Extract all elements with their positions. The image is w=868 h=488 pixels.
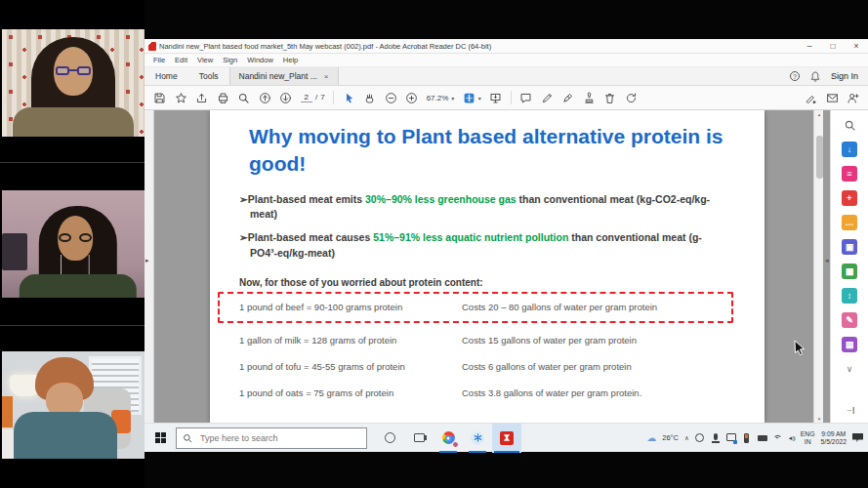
tool-search-icon[interactable] (842, 117, 857, 133)
comment-icon[interactable] (519, 92, 532, 104)
tool-organize-pages-icon[interactable]: ▦ (842, 264, 857, 279)
tool-fill-sign-icon[interactable]: ✎ (842, 312, 857, 328)
previous-page-icon[interactable] (259, 92, 271, 104)
page-view-button[interactable]: ▾ (463, 92, 481, 104)
zoom-out-icon[interactable] (385, 92, 397, 104)
network-icon[interactable] (773, 433, 783, 443)
bell-icon[interactable] (810, 71, 820, 82)
tab-tools[interactable]: Tools (188, 67, 229, 85)
menu-help[interactable]: Help (278, 56, 303, 64)
hand-tool-icon[interactable] (363, 92, 376, 104)
window-title: Nandini new_Plant based food market_5th … (159, 42, 798, 51)
time: 9:09 AM (821, 430, 846, 438)
next-page-icon[interactable] (279, 92, 292, 104)
menu-view[interactable]: View (192, 56, 218, 64)
vertical-scrollbar[interactable]: ▴ ▾ (813, 110, 823, 423)
stamp-icon[interactable] (583, 92, 596, 104)
menu-window[interactable]: Window (242, 56, 278, 64)
tool-combine-files-icon[interactable]: ▣ (842, 239, 857, 255)
zoom-level-value[interactable]: 67.2% (427, 94, 449, 102)
menu-sign[interactable]: Sign (218, 56, 242, 64)
envelope-icon[interactable] (826, 92, 839, 104)
menu-file[interactable]: File (148, 56, 170, 64)
presentation-mode-icon[interactable] (489, 92, 502, 104)
action-center-icon[interactable] (852, 433, 863, 442)
tool-comment-icon[interactable]: … (842, 215, 857, 230)
start-button[interactable] (147, 424, 173, 453)
temperature[interactable]: 26°C (662, 433, 679, 442)
close-button[interactable]: × (845, 39, 868, 53)
trash-icon[interactable] (603, 92, 616, 104)
minimize-button[interactable]: – (798, 39, 821, 53)
display-icon[interactable] (726, 433, 736, 443)
zoom-in-icon[interactable] (405, 92, 418, 104)
panel-collapse-icon[interactable]: →| (842, 402, 857, 418)
zoom-caret-icon[interactable]: ▾ (451, 95, 454, 102)
zoom-level-field[interactable]: 67.2% ▾ (427, 94, 455, 102)
more-tools-chevron-icon[interactable]: ∨ (842, 361, 857, 377)
participant-video-3[interactable] (2, 351, 145, 459)
battery-icon[interactable] (742, 433, 752, 443)
page-view-caret-icon[interactable]: ▾ (478, 95, 481, 102)
help-icon[interactable]: ? (790, 71, 800, 81)
participant-2-torso (20, 274, 137, 298)
collapse-tools-panel-icon[interactable]: ◂ (825, 257, 829, 264)
left-panel-collapsed[interactable]: ▸ (145, 110, 154, 423)
sign-in-button[interactable]: Sign In (831, 71, 858, 81)
tool-scan-ocr-icon[interactable]: ▤ (842, 337, 857, 352)
tab-document[interactable]: Nandini new_Plant ... × (229, 67, 339, 85)
tool-create-pdf-icon[interactable]: + (842, 190, 857, 206)
scrollbar-thumb[interactable] (816, 136, 823, 179)
tool-compress-pdf-icon[interactable]: ↕ (842, 288, 857, 304)
person-add-icon[interactable] (847, 92, 859, 104)
weather-cloud-icon[interactable]: ☁ (646, 433, 656, 443)
taskbar-search[interactable] (173, 427, 367, 449)
participants-sidebar (0, 0, 145, 488)
participant-video-1[interactable] (2, 29, 145, 137)
tab-home[interactable]: Home (145, 67, 188, 85)
microphone-icon[interactable] (711, 433, 721, 443)
page-number-field[interactable]: 2 / 7 (301, 93, 325, 102)
tray-chevron-icon[interactable]: ∧ (684, 434, 689, 442)
tab-close-icon[interactable]: × (324, 72, 329, 81)
clock[interactable]: 9:09 AM 5/5/2022 (821, 430, 847, 446)
select-tool-icon[interactable] (343, 92, 355, 104)
star-icon[interactable] (175, 92, 187, 104)
chrome-button[interactable] (434, 424, 463, 453)
save-icon[interactable] (153, 92, 166, 104)
expand-left-panel-icon[interactable]: ▸ (145, 257, 149, 264)
protein-row-beef: 1 pound of beef = 90-100 grams proteinCo… (239, 302, 657, 312)
laptop-icon[interactable] (758, 433, 767, 443)
menu-edit[interactable]: Edit (170, 56, 192, 64)
print-icon[interactable] (217, 92, 229, 104)
tool-edit-pdf-icon[interactable]: ≡ (842, 166, 857, 182)
share-icon[interactable] (195, 92, 208, 104)
search-input[interactable] (176, 427, 367, 449)
volume-icon[interactable]: ◂)) (789, 434, 795, 442)
onedrive-icon[interactable] (695, 433, 705, 443)
fill-sign-pen-icon[interactable] (561, 92, 574, 104)
tool-export-pdf-icon[interactable]: ↓ (842, 142, 857, 157)
current-page[interactable]: 2 (301, 93, 312, 102)
task-view-button[interactable] (404, 424, 434, 453)
participant-1-torso (13, 107, 134, 137)
app-button[interactable] (463, 424, 492, 453)
participant-video-2[interactable] (2, 190, 145, 298)
windows-taskbar: ☁ 26°C ∧ ◂)) ENG IN 9:09 AM 5/5/2022 (145, 423, 868, 452)
document-area: ▸ Why moving to Plant based alternative … (145, 110, 868, 423)
pencil-icon[interactable] (541, 92, 554, 104)
wall-speaker (2, 233, 27, 270)
search-icon[interactable] (237, 92, 250, 104)
flower-app-icon (471, 431, 484, 445)
cortana-button[interactable] (375, 424, 404, 453)
maximize-button[interactable]: □ (821, 39, 845, 53)
bullet-2: ➢Plant-based meat causes 51%–91% less aq… (239, 230, 714, 260)
refresh-icon[interactable] (625, 92, 638, 104)
acrobat-button[interactable] (492, 424, 521, 453)
scroll-down-icon[interactable]: ▾ (814, 416, 824, 422)
signature-pen-icon[interactable] (805, 92, 817, 104)
slide-bullets: ➢Plant-based meat emits 30%–90% less gre… (239, 192, 714, 269)
scroll-up-icon[interactable]: ▴ (814, 111, 824, 117)
language-indicator[interactable]: ENG IN (801, 430, 815, 446)
tab-document-label: Nandini new_Plant ... (239, 71, 317, 81)
